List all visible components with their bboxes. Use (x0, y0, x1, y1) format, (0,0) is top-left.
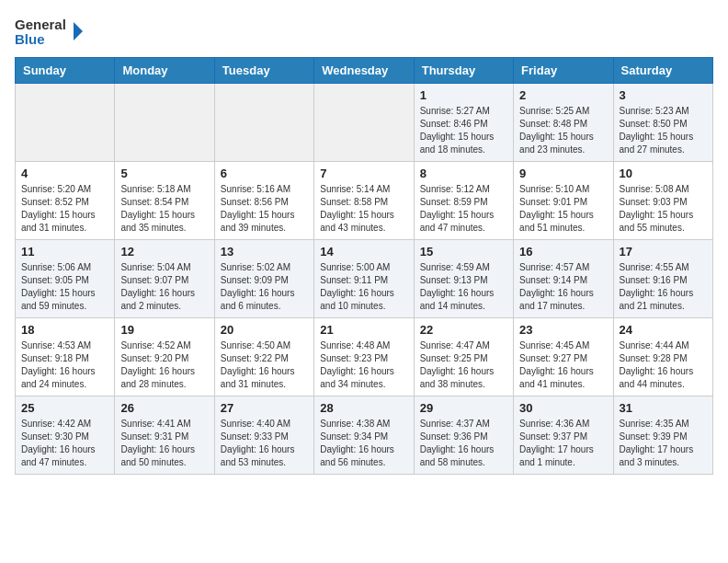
logo: GeneralBlue (15, 15, 88, 50)
calendar-week-row: 18Sunrise: 4:53 AM Sunset: 9:18 PM Dayli… (16, 318, 713, 396)
calendar-cell: 20Sunrise: 4:50 AM Sunset: 9:22 PM Dayli… (214, 318, 313, 396)
calendar-cell: 8Sunrise: 5:12 AM Sunset: 8:59 PM Daylig… (414, 162, 513, 240)
calendar-cell: 31Sunrise: 4:35 AM Sunset: 9:39 PM Dayli… (613, 396, 712, 475)
calendar-cell: 28Sunrise: 4:38 AM Sunset: 9:34 PM Dayli… (314, 396, 414, 475)
calendar-cell: 12Sunrise: 5:04 AM Sunset: 9:07 PM Dayli… (115, 240, 214, 318)
calendar-week-row: 25Sunrise: 4:42 AM Sunset: 9:30 PM Dayli… (16, 396, 713, 475)
day-number: 10 (620, 167, 707, 180)
day-info: Sunrise: 5:12 AM Sunset: 8:59 PM Dayligh… (420, 183, 507, 235)
day-header-monday: Monday (115, 58, 214, 84)
day-header-tuesday: Tuesday (214, 58, 313, 84)
day-number: 11 (21, 245, 108, 259)
calendar-cell: 10Sunrise: 5:08 AM Sunset: 9:03 PM Dayli… (613, 162, 712, 240)
day-info: Sunrise: 5:27 AM Sunset: 8:46 PM Dayligh… (420, 105, 507, 156)
day-info: Sunrise: 4:52 AM Sunset: 9:20 PM Dayligh… (120, 339, 208, 391)
svg-text:General: General (15, 17, 66, 32)
day-info: Sunrise: 4:37 AM Sunset: 9:36 PM Dayligh… (420, 418, 507, 469)
calendar-cell: 15Sunrise: 4:59 AM Sunset: 9:13 PM Dayli… (414, 240, 513, 318)
day-info: Sunrise: 5:16 AM Sunset: 8:56 PM Dayligh… (221, 183, 308, 235)
day-info: Sunrise: 5:25 AM Sunset: 8:48 PM Dayligh… (519, 105, 607, 156)
day-number: 22 (420, 323, 507, 337)
day-header-saturday: Saturday (613, 58, 712, 84)
day-info: Sunrise: 4:48 AM Sunset: 9:23 PM Dayligh… (320, 339, 407, 391)
day-info: Sunrise: 5:10 AM Sunset: 9:01 PM Dayligh… (519, 183, 607, 235)
calendar-cell (214, 84, 313, 162)
day-info: Sunrise: 5:06 AM Sunset: 9:05 PM Dayligh… (21, 261, 108, 313)
day-info: Sunrise: 4:57 AM Sunset: 9:14 PM Dayligh… (519, 261, 607, 313)
day-info: Sunrise: 5:14 AM Sunset: 8:58 PM Dayligh… (320, 183, 407, 235)
day-number: 19 (120, 323, 208, 337)
calendar-week-row: 1Sunrise: 5:27 AM Sunset: 8:46 PM Daylig… (16, 84, 713, 162)
day-number: 12 (120, 245, 208, 259)
day-number: 8 (420, 167, 507, 180)
day-info: Sunrise: 4:45 AM Sunset: 9:27 PM Dayligh… (519, 339, 607, 391)
calendar-cell: 1Sunrise: 5:27 AM Sunset: 8:46 PM Daylig… (414, 84, 513, 162)
calendar-cell: 17Sunrise: 4:55 AM Sunset: 9:16 PM Dayli… (613, 240, 712, 318)
svg-text:Blue: Blue (15, 31, 45, 47)
day-info: Sunrise: 4:59 AM Sunset: 9:13 PM Dayligh… (420, 261, 507, 313)
calendar-cell: 23Sunrise: 4:45 AM Sunset: 9:27 PM Dayli… (514, 318, 613, 396)
day-number: 4 (21, 167, 108, 180)
day-number: 6 (221, 167, 308, 180)
svg-marker-2 (74, 22, 83, 40)
calendar-week-row: 4Sunrise: 5:20 AM Sunset: 8:52 PM Daylig… (16, 162, 713, 240)
calendar-cell: 24Sunrise: 4:44 AM Sunset: 9:28 PM Dayli… (613, 318, 712, 396)
day-number: 7 (320, 167, 407, 180)
calendar-cell: 11Sunrise: 5:06 AM Sunset: 9:05 PM Dayli… (16, 240, 115, 318)
calendar-cell: 6Sunrise: 5:16 AM Sunset: 8:56 PM Daylig… (214, 162, 313, 240)
calendar-cell: 4Sunrise: 5:20 AM Sunset: 8:52 PM Daylig… (16, 162, 115, 240)
calendar-cell: 16Sunrise: 4:57 AM Sunset: 9:14 PM Dayli… (514, 240, 613, 318)
calendar-table: SundayMondayTuesdayWednesdayThursdayFrid… (15, 57, 713, 475)
day-number: 31 (620, 401, 707, 415)
day-number: 30 (519, 401, 607, 415)
day-info: Sunrise: 4:53 AM Sunset: 9:18 PM Dayligh… (21, 339, 108, 391)
day-info: Sunrise: 5:08 AM Sunset: 9:03 PM Dayligh… (620, 183, 707, 235)
day-number: 20 (221, 323, 308, 337)
day-number: 29 (420, 401, 507, 415)
day-number: 21 (320, 323, 407, 337)
day-number: 17 (620, 245, 707, 259)
day-info: Sunrise: 5:18 AM Sunset: 8:54 PM Dayligh… (120, 183, 208, 235)
day-number: 5 (120, 167, 208, 180)
day-number: 9 (519, 167, 607, 180)
day-header-thursday: Thursday (414, 58, 513, 84)
day-info: Sunrise: 5:00 AM Sunset: 9:11 PM Dayligh… (320, 261, 407, 313)
calendar-cell: 19Sunrise: 4:52 AM Sunset: 9:20 PM Dayli… (115, 318, 214, 396)
day-info: Sunrise: 4:40 AM Sunset: 9:33 PM Dayligh… (221, 418, 308, 469)
day-info: Sunrise: 5:20 AM Sunset: 8:52 PM Dayligh… (21, 183, 108, 235)
calendar-week-row: 11Sunrise: 5:06 AM Sunset: 9:05 PM Dayli… (16, 240, 713, 318)
day-number: 23 (519, 323, 607, 337)
generalblue-logo: GeneralBlue (15, 15, 88, 50)
day-header-friday: Friday (514, 58, 613, 84)
calendar-cell: 22Sunrise: 4:47 AM Sunset: 9:25 PM Dayli… (414, 318, 513, 396)
day-info: Sunrise: 4:36 AM Sunset: 9:37 PM Dayligh… (519, 418, 607, 469)
calendar-cell: 18Sunrise: 4:53 AM Sunset: 9:18 PM Dayli… (16, 318, 115, 396)
day-number: 25 (21, 401, 108, 415)
day-number: 3 (620, 88, 707, 102)
calendar-cell: 27Sunrise: 4:40 AM Sunset: 9:33 PM Dayli… (214, 396, 313, 475)
calendar-cell: 7Sunrise: 5:14 AM Sunset: 8:58 PM Daylig… (314, 162, 414, 240)
calendar-cell: 21Sunrise: 4:48 AM Sunset: 9:23 PM Dayli… (314, 318, 414, 396)
calendar-cell: 29Sunrise: 4:37 AM Sunset: 9:36 PM Dayli… (414, 396, 513, 475)
day-info: Sunrise: 4:55 AM Sunset: 9:16 PM Dayligh… (620, 261, 707, 313)
day-info: Sunrise: 4:47 AM Sunset: 9:25 PM Dayligh… (420, 339, 507, 391)
day-number: 16 (519, 245, 607, 259)
day-header-sunday: Sunday (16, 58, 115, 84)
day-info: Sunrise: 4:35 AM Sunset: 9:39 PM Dayligh… (620, 418, 707, 469)
page-header: GeneralBlue (15, 15, 713, 50)
calendar-header-row: SundayMondayTuesdayWednesdayThursdayFrid… (16, 58, 713, 84)
calendar-cell (16, 84, 115, 162)
day-info: Sunrise: 4:50 AM Sunset: 9:22 PM Dayligh… (221, 339, 308, 391)
day-number: 1 (420, 88, 507, 102)
day-number: 28 (320, 401, 407, 415)
calendar-cell: 13Sunrise: 5:02 AM Sunset: 9:09 PM Dayli… (214, 240, 313, 318)
calendar-cell (115, 84, 214, 162)
day-number: 24 (620, 323, 707, 337)
calendar-cell: 30Sunrise: 4:36 AM Sunset: 9:37 PM Dayli… (514, 396, 613, 475)
day-number: 2 (519, 88, 607, 102)
calendar-cell: 14Sunrise: 5:00 AM Sunset: 9:11 PM Dayli… (314, 240, 414, 318)
day-info: Sunrise: 4:38 AM Sunset: 9:34 PM Dayligh… (320, 418, 407, 469)
day-number: 14 (320, 245, 407, 259)
day-header-wednesday: Wednesday (314, 58, 414, 84)
day-info: Sunrise: 4:41 AM Sunset: 9:31 PM Dayligh… (120, 418, 208, 469)
